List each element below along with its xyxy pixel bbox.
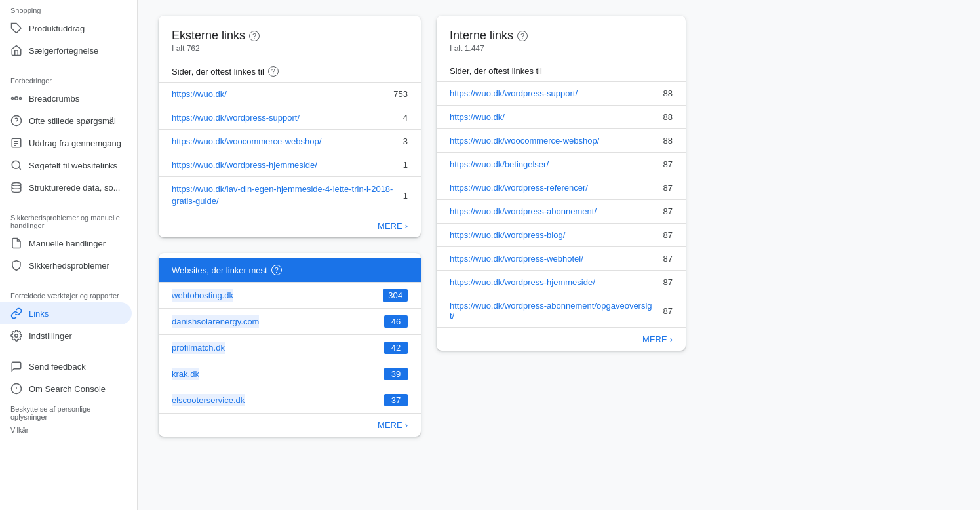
- url-cell[interactable]: https://wuo.dk/wordpress-support/: [450, 88, 656, 98]
- url-cell[interactable]: https://wuo.dk/woocommerce-webshop/: [172, 136, 395, 146]
- sidebar-item-breadcrumbs[interactable]: Breadcrumbs: [0, 87, 132, 109]
- url-cell[interactable]: https://wuo.dk/wordpress-hjemmeside/: [172, 160, 395, 170]
- interne-links-title: Interne links ?: [450, 29, 673, 43]
- interne-links-section-title: Sider, der oftest linkes til: [437, 58, 686, 81]
- site-link[interactable]: danishsolarenergy.com: [172, 315, 259, 328]
- website-row[interactable]: elscooterservice.dk 37: [159, 387, 421, 413]
- sidebar-item-uddrag[interactable]: Uddrag fra gennemgang: [0, 132, 132, 154]
- site-link[interactable]: profilmatch.dk: [172, 342, 225, 354]
- faq-icon: [10, 115, 22, 127]
- table-row[interactable]: https://wuo.dk/wordpress-hjemmeside/ 1: [159, 153, 421, 176]
- table-row[interactable]: https://wuo.dk/woocommerce-webshop/ 88: [437, 128, 686, 152]
- count-cell: 753: [393, 89, 408, 99]
- svg-point-3: [20, 98, 22, 100]
- table-row[interactable]: https://wuo.dk/betingelser/ 87: [437, 152, 686, 176]
- table-row[interactable]: https://wuo.dk/woocommerce-webshop/ 3: [159, 129, 421, 153]
- sidebar-item-about[interactable]: Om Search Console: [0, 378, 132, 400]
- sidebar-footer: Beskyttelse af personlige oplysninger Vi…: [0, 400, 137, 439]
- table-row[interactable]: https://wuo.dk/wordpress-abonnement/opga…: [437, 294, 686, 327]
- svg-point-1: [15, 97, 18, 100]
- interne-links-header: Interne links ? I alt 1.447: [437, 16, 686, 58]
- interne-links-total: I alt 1.447: [450, 44, 673, 53]
- website-row[interactable]: profilmatch.dk 42: [159, 334, 421, 361]
- interne-links-help-icon[interactable]: ?: [517, 31, 528, 41]
- sidebar-item-label: Indstillinger: [29, 331, 72, 341]
- site-link[interactable]: elscooterservice.dk: [172, 394, 245, 406]
- count-cell: 1: [403, 191, 408, 201]
- divider: [10, 351, 127, 351]
- count-cell: 87: [663, 230, 673, 240]
- sidebar-item-label: Strukturerede data, so...: [29, 183, 120, 193]
- sidebar-item-label: Breadcrumbs: [29, 94, 79, 104]
- url-cell[interactable]: https://wuo.dk/wordpress-webhotel/: [450, 254, 656, 264]
- sidebar-item-label: Sikkerhedsproblemer: [29, 261, 109, 271]
- sidebar-item-sikkerhedsproblemer[interactable]: Sikkerhedsproblemer: [0, 254, 132, 277]
- count-cell: 88: [663, 88, 673, 98]
- url-cell[interactable]: https://wuo.dk/wordpress-abonnement/opga…: [450, 301, 656, 321]
- url-cell[interactable]: https://wuo.dk/wordpress-blog/: [450, 230, 656, 240]
- url-cell[interactable]: https://wuo.dk/: [450, 112, 656, 122]
- externe-links-card: Eksterne links ? I alt 762 Sider, der of…: [159, 16, 421, 237]
- security-icon: [10, 260, 22, 271]
- websites-help-icon[interactable]: ?: [271, 265, 282, 275]
- sidebar-item-produktuddrag[interactable]: Produktuddrag: [0, 17, 132, 39]
- sidebar-item-label: Sælgerfortegnelse: [29, 46, 98, 56]
- url-cell[interactable]: https://wuo.dk/: [172, 89, 385, 99]
- sidebar-item-label: Ofte stillede spørgsmål: [29, 116, 116, 126]
- sidebar-item-feedback[interactable]: Send feedback: [0, 355, 132, 378]
- url-cell[interactable]: https://wuo.dk/wordpress-hjemmeside/: [450, 277, 656, 287]
- sidebar-item-label: Send feedback: [29, 362, 86, 372]
- privacy-link[interactable]: Beskyttelse af personlige oplysninger: [10, 405, 127, 421]
- sidebar-item-saelgerfortegnelse[interactable]: Sælgerfortegnelse: [0, 39, 132, 62]
- feedback-icon: [10, 361, 22, 372]
- website-row[interactable]: webtohosting.dk 304: [159, 282, 421, 308]
- terms-link[interactable]: Vilkår: [10, 426, 28, 434]
- sidebar-item-ofte-stillede[interactable]: Ofte stillede spørgsmål: [0, 109, 132, 132]
- count-cell: 87: [663, 306, 673, 316]
- sidebar-item-indstillinger[interactable]: Indstillinger: [0, 324, 132, 347]
- url-cell[interactable]: https://wuo.dk/wordpress-referencer/: [450, 183, 656, 193]
- externe-links-section-title: Sider, der oftest linkes til ?: [159, 58, 421, 82]
- table-row[interactable]: https://wuo.dk/ 88: [437, 105, 686, 128]
- sidebar-item-links[interactable]: Links: [0, 302, 132, 324]
- interne-links-more-button[interactable]: MERE ›: [437, 327, 686, 351]
- table-row[interactable]: https://wuo.dk/lav-din-egen-hjemmeside-4…: [159, 176, 421, 214]
- chevron-right-icon: ›: [670, 334, 673, 344]
- sidebar-item-label: Søgefelt til websitelinks: [29, 161, 117, 170]
- table-row[interactable]: https://wuo.dk/wordpress-webhotel/ 87: [437, 246, 686, 270]
- website-row[interactable]: danishsolarenergy.com 46: [159, 308, 421, 334]
- sidebar-item-soegefelt[interactable]: Søgefelt til websitelinks: [0, 154, 132, 176]
- websites-more-button[interactable]: MERE ›: [159, 413, 421, 437]
- sidebar-item-strukturerede[interactable]: Strukturerede data, so...: [0, 176, 132, 199]
- data-icon: [10, 182, 22, 193]
- websites-card: Websites, der linker mest ? webtohosting…: [159, 253, 421, 437]
- interne-links-card: Interne links ? I alt 1.447 Sider, der o…: [437, 16, 686, 351]
- table-row[interactable]: https://wuo.dk/wordpress-hjemmeside/ 87: [437, 270, 686, 294]
- sidebar-item-manuelle[interactable]: Manuelle handlinger: [0, 232, 132, 254]
- divider: [10, 281, 127, 281]
- url-cell[interactable]: https://wuo.dk/woocommerce-webshop/: [450, 136, 656, 146]
- count-cell: 87: [663, 183, 673, 193]
- site-count: 37: [384, 394, 408, 406]
- url-cell[interactable]: https://wuo.dk/betingelser/: [450, 159, 656, 169]
- externe-section-help-icon[interactable]: ?: [268, 66, 279, 77]
- url-cell[interactable]: https://wuo.dk/wordpress-abonnement/: [450, 206, 656, 216]
- table-row[interactable]: https://wuo.dk/ 753: [159, 82, 421, 106]
- externe-links-more-button[interactable]: MERE ›: [159, 214, 421, 237]
- table-row[interactable]: https://wuo.dk/wordpress-abonnement/ 87: [437, 199, 686, 223]
- svg-point-2: [12, 98, 14, 100]
- externe-links-help-icon[interactable]: ?: [249, 31, 260, 41]
- sidebar-section-sikkerhed: Sikkerhedsproblemer og manuelle handling…: [0, 207, 137, 232]
- url-cell[interactable]: https://wuo.dk/wordpress-support/: [172, 113, 395, 123]
- url-cell[interactable]: https://wuo.dk/lav-din-egen-hjemmeside-4…: [172, 184, 395, 207]
- table-row[interactable]: https://wuo.dk/wordpress-referencer/ 87: [437, 176, 686, 199]
- breadcrumb-icon: [10, 92, 22, 104]
- table-row[interactable]: https://wuo.dk/wordpress-support/ 88: [437, 81, 686, 105]
- website-row[interactable]: krak.dk 39: [159, 361, 421, 387]
- site-link[interactable]: krak.dk: [172, 368, 199, 380]
- site-link[interactable]: webtohosting.dk: [172, 289, 233, 302]
- table-row[interactable]: https://wuo.dk/wordpress-support/ 4: [159, 106, 421, 129]
- sidebar-item-label: Manuelle handlinger: [29, 239, 106, 248]
- table-row[interactable]: https://wuo.dk/wordpress-blog/ 87: [437, 223, 686, 246]
- sidebar-item-label: Om Search Console: [29, 384, 106, 394]
